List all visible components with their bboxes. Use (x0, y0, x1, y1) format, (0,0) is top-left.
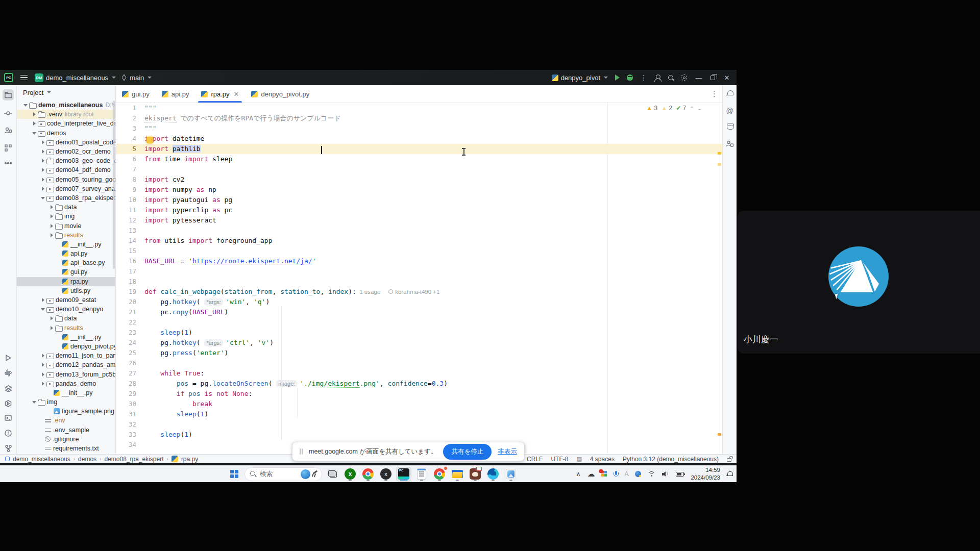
code-line-27[interactable]: 27 while True: (116, 368, 722, 379)
notification-badge-app-icon[interactable] (601, 471, 607, 477)
code-line-33[interactable]: 33 sleep(1) (116, 430, 722, 440)
tree-item-demo13_forum_pc5bai_local_de[interactable]: demo13_forum_pc5bai_local_de (17, 369, 115, 379)
tab-gui.py[interactable]: gui.py (116, 85, 156, 103)
tree-item-data[interactable]: data (17, 314, 115, 323)
terminal-tool-button[interactable] (3, 412, 14, 423)
tree-closed-chevron-icon[interactable] (40, 297, 45, 303)
more-tool-windows-icon[interactable] (3, 158, 14, 169)
python-tray-icon[interactable] (635, 471, 641, 477)
next-problem-icon[interactable]: ⌄ (698, 106, 702, 111)
tree-open-chevron-icon[interactable] (40, 195, 45, 201)
database-tool-icon[interactable] (727, 123, 733, 130)
tree-closed-chevron-icon[interactable] (49, 316, 54, 321)
stop-sharing-button[interactable]: 共有を停止 (443, 444, 492, 460)
tree-closed-chevron-icon[interactable] (40, 186, 45, 191)
remote-access-icon[interactable]: A (624, 470, 628, 478)
tree-closed-chevron-icon[interactable] (49, 214, 54, 219)
tree-item-movie[interactable]: movie (17, 221, 115, 230)
services-tool-button[interactable] (3, 383, 14, 394)
breadcrumbs[interactable]: demo_miscellaneous›demos›demo08_rpa_ekis… (5, 456, 198, 463)
tree-item-demo04_pdf_demo[interactable]: demo04_pdf_demo (17, 165, 115, 174)
tree-item-api.py[interactable]: api.py (17, 249, 115, 258)
warning-stripe-mark[interactable] (718, 163, 721, 166)
tree-closed-chevron-icon[interactable] (32, 112, 37, 117)
tab-api.py[interactable]: api.py (156, 85, 195, 103)
code-line-14[interactable]: 14from utils import foreground_app (116, 236, 722, 246)
tree-item-.env[interactable]: .env (17, 416, 115, 425)
code-line-17[interactable]: 17 (116, 266, 722, 277)
code-line-21[interactable]: 21 pc.copy(BASE_URL) (116, 307, 722, 317)
run-tool-button[interactable] (3, 352, 14, 363)
tree-item-utils.py[interactable]: utils.py (17, 286, 115, 295)
run-button[interactable] (615, 74, 620, 81)
code-line-29[interactable]: 29 if pos is not None: (116, 389, 722, 399)
tree-item-code_interpreter_live_demo[interactable]: code_interpreter_live_demo (17, 119, 115, 128)
structure-tool-button[interactable] (3, 142, 14, 154)
taskbar-app-paint-app[interactable] (468, 467, 483, 482)
tree-item-denpyo_pivot.py[interactable]: denpyo_pivot.py (17, 342, 115, 351)
status-item-utf-8[interactable]: UTF-8 (551, 456, 568, 463)
tree-item-demos[interactable]: demos (17, 129, 115, 138)
tree-closed-chevron-icon[interactable] (32, 121, 37, 126)
start-button[interactable] (227, 467, 242, 482)
code-line-20[interactable]: 20 pg.hotkey( *args:'win', 'q') (116, 297, 722, 307)
breadcrumb-demo_miscellaneous[interactable]: demo_miscellaneous (13, 456, 70, 463)
inspections-widget[interactable]: ▲ 3 ▲ 2 ✔ 7 ⌃ ⌄ (646, 105, 702, 112)
code-line-9[interactable]: 9import numpy as np (116, 185, 722, 195)
tree-open-chevron-icon[interactable] (32, 399, 37, 405)
code-line-12[interactable]: 12import pytesseract (116, 215, 722, 226)
reader-mode-icon[interactable]: ▤ (576, 456, 581, 462)
chevron-down-icon[interactable] (47, 91, 51, 93)
tree-item-demo07_survey_analysys[interactable]: demo07_survey_analysys (17, 184, 115, 193)
tree-closed-chevron-icon[interactable] (49, 205, 54, 210)
code-line-2[interactable]: 2ekispert でのすべての操作をRPAで行う場合のサンプルコード (116, 113, 722, 123)
tree-item-demo10_denpyo[interactable]: demo10_denpyo (17, 305, 115, 314)
tree-item-data[interactable]: data (17, 203, 115, 212)
taskbar-app-game-bar[interactable]: x (378, 467, 394, 482)
taskbar-app-pycharm[interactable] (396, 467, 411, 482)
tree-closed-chevron-icon[interactable] (49, 223, 54, 229)
tree-open-chevron-icon[interactable] (40, 307, 45, 312)
tree-open-chevron-icon[interactable] (32, 131, 37, 136)
drag-handle-icon[interactable] (300, 448, 303, 455)
code-line-28[interactable]: 28 pos = pg.locateOnScreen( image:'./img… (116, 379, 722, 389)
tree-closed-chevron-icon[interactable] (40, 353, 45, 358)
code-line-8[interactable]: 8import cv2 (116, 174, 722, 185)
taskbar-app-chrome[interactable] (432, 467, 447, 482)
notification-center-bell-icon[interactable] (727, 471, 732, 477)
code-line-10[interactable]: 10import pyautogui as pg (116, 195, 722, 205)
tree-closed-chevron-icon[interactable] (40, 140, 45, 145)
code-line-16[interactable]: 16BASE_URL = 'https://roote.ekispert.net… (116, 256, 722, 266)
vcs-branch-selector[interactable]: main (121, 74, 152, 82)
tray-chevron-up-icon[interactable]: ∧ (576, 470, 581, 478)
taskbar-app-chrome-ball[interactable] (360, 467, 376, 482)
tree-item-gui.py[interactable]: gui.py (17, 267, 115, 277)
taskbar-clock[interactable]: 14:59 2024/09/23 (691, 466, 720, 482)
tree-closed-chevron-icon[interactable] (49, 325, 54, 331)
tree-item-demo01_postal_code[interactable]: demo01_postal_code (17, 138, 115, 147)
code-line-31[interactable]: 31 sleep(1) (116, 409, 722, 419)
restore-button[interactable] (710, 76, 715, 80)
main-menu-icon[interactable] (18, 73, 30, 83)
volume-icon[interactable] (662, 471, 669, 477)
breadcrumb-demo08_rpa_ekispert[interactable]: demo08_rpa_ekispert (104, 456, 163, 463)
minimize-button[interactable]: — (694, 74, 703, 82)
tab-rpa.py[interactable]: rpa.py✕ (195, 85, 245, 103)
close-button[interactable]: ✕ (722, 74, 731, 82)
coverage-tool-icon[interactable] (726, 140, 733, 149)
battery-icon[interactable] (676, 472, 684, 477)
tree-item-img[interactable]: img (17, 397, 115, 407)
wifi-icon[interactable] (648, 471, 655, 477)
tree-scrollbar[interactable] (113, 101, 115, 269)
tree-item-__init__.py[interactable]: __init__.py (17, 388, 115, 397)
run-config-selector[interactable]: denpyo_pivot (552, 74, 608, 82)
tree-item-demo02_ocr_demo[interactable]: demo02_ocr_demo (17, 147, 115, 156)
code-line-19[interactable]: 19def calc_in_webpage(station_from, stat… (116, 287, 722, 297)
tree-item-demo11_json_to_pandas[interactable]: demo11_json_to_pandas (17, 351, 115, 360)
code-line-4[interactable]: 4import datetime (116, 134, 722, 144)
search-everywhere-icon[interactable] (668, 75, 674, 81)
tree-item-img[interactable]: img (17, 212, 115, 221)
tree-item-pandas_demo[interactable]: pandas_demo (17, 379, 115, 388)
tree-item-results[interactable]: results (17, 323, 115, 333)
tree-item-.env_sample[interactable]: .env_sample (17, 425, 115, 435)
